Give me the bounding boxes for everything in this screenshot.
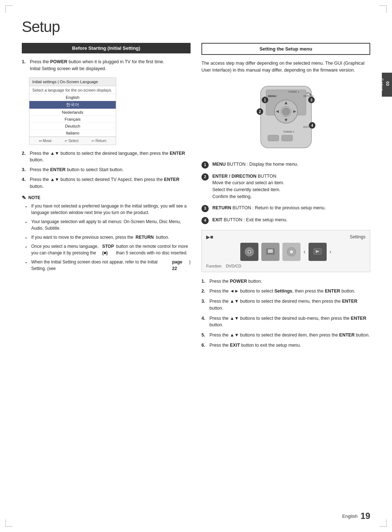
side-tab-label: Setup: [379, 78, 384, 91]
step-2-text: Press the ▲▼ buttons to select the desir…: [30, 150, 191, 164]
step-2: 2. Press the ▲▼ buttons to select the de…: [22, 150, 191, 164]
left-steps: 1. Press the POWER button when it is plu…: [22, 59, 191, 72]
btn-desc-4: 4 EXIT BUTTON : Exit the setup menu.: [201, 217, 370, 224]
is-footer-select: ↵ Select: [65, 139, 79, 143]
settings-screen-header: ▶■ Settings: [206, 234, 366, 240]
is-footer-move: ⇔ Move: [39, 139, 52, 143]
intro-text: The access step may differ depending on …: [201, 60, 370, 74]
is-footer: ⇔ Move ↵ Select ↩ Return: [29, 137, 116, 145]
btn-desc-3-text: RETURN BUTTON : Return to the previous s…: [212, 205, 326, 211]
right-column: Setting the Setup menu The access step m…: [201, 43, 370, 354]
settings-icon-3: [282, 243, 301, 261]
circle-2: 2: [201, 173, 209, 181]
is-header: Initial settings | On-Screen Language: [29, 78, 116, 86]
note-label: NOTE: [28, 195, 40, 200]
side-tab-number: 03: [385, 81, 390, 86]
btn-desc-1-text: MENU BUTTON : Display the home menu.: [212, 161, 298, 168]
note-item-4: Once you select a menu language, you can…: [22, 243, 191, 256]
settings-icon-1: [240, 243, 258, 261]
is-footer-return: ↩ Return: [91, 139, 106, 143]
page-footer: English 19: [22, 511, 370, 521]
right-step-5-num: 5.: [201, 332, 207, 339]
step-1: 1. Press the POWER button when it is plu…: [22, 59, 191, 72]
step-1-text: Press the POWER button when it is plugge…: [30, 59, 164, 72]
right-step-6: 6. Press the EXIT button to exit the set…: [201, 342, 370, 349]
right-step-4: 4. Press the ▲▼ buttons to select the de…: [201, 315, 370, 329]
svg-text:MENU: MENU: [268, 94, 277, 98]
svg-point-8: [282, 108, 290, 115]
page-container: 03 Setup Setup Before Starting (Initial …: [0, 0, 392, 532]
settings-footer: Function DVD/CD: [206, 264, 366, 268]
right-step-1-text: Press the POWER button.: [209, 278, 262, 285]
settings-screen: ▶■ Settings: [201, 230, 370, 272]
right-step-3-text: Press the ▲▼ buttons to select the desir…: [209, 298, 370, 312]
is-lang-list: English 한국어 Nederlands Français Deutsch …: [29, 94, 116, 137]
is-subtitle: Select a language for the on-screen disp…: [29, 86, 116, 94]
step-2-num: 2.: [22, 150, 28, 164]
right-step-6-text: Press the EXIT button to exit the setup …: [209, 342, 301, 349]
note-item-2: Your language selection will apply to al…: [22, 218, 191, 231]
svg-text:1: 1: [264, 98, 266, 102]
settings-nav-left[interactable]: ‹: [303, 249, 305, 255]
side-tab: 03 Setup: [382, 73, 392, 97]
remote-container: MENU TUNING ∧ RETURN: [201, 79, 370, 155]
corner-mark-tl: [5, 5, 13, 13]
right-step-1-num: 1.: [201, 278, 207, 285]
lang-nederlands[interactable]: Nederlands: [29, 109, 116, 116]
settings-label: Settings: [350, 234, 366, 239]
right-steps: 1. Press the POWER button. 2. Press the …: [201, 278, 370, 349]
corner-mark-bl: [5, 519, 13, 527]
note-item-1: If you have not selected a preferred lan…: [22, 203, 191, 216]
step-4-text: Press the ▲▼ buttons to select desired T…: [30, 176, 191, 190]
right-step-5: 5. Press the ▲▼ buttons to select the de…: [201, 332, 370, 339]
btn-desc-3: 3 RETURN BUTTON : Return to the previous…: [201, 205, 370, 212]
settings-nav-right[interactable]: ›: [330, 249, 331, 255]
circle-3: 3: [201, 205, 209, 212]
svg-text:4: 4: [311, 124, 313, 128]
lang-italiano[interactable]: Italiano: [29, 130, 116, 137]
right-step-3-num: 3.: [201, 298, 207, 312]
right-step-2: 2. Press the ◄► buttons to select Settin…: [201, 288, 370, 295]
step-4: 4. Press the ▲▼ buttons to select desire…: [22, 176, 191, 190]
note-item-5: When the Initial Setting screen does not…: [22, 259, 191, 272]
settings-icons-row: ‹ ›: [206, 243, 366, 261]
note-items: If you have not selected a preferred lan…: [22, 203, 191, 272]
note-item-3: If you want to move to the previous scre…: [22, 234, 191, 241]
step-3-text: Press the ENTER button to select Start b…: [30, 166, 123, 173]
svg-text:EXIT: EXIT: [303, 126, 309, 128]
left-section-header: Before Starting (Initial Setting): [22, 43, 191, 53]
right-step-4-text: Press the ▲▼ buttons to select the desir…: [209, 315, 370, 329]
page-number: 19: [360, 511, 370, 521]
step-1-num: 1.: [22, 59, 28, 72]
svg-text:2: 2: [259, 110, 261, 114]
page-title: Setup: [22, 18, 370, 36]
initial-settings-box: Initial settings | On-Screen Language Se…: [29, 77, 116, 145]
circle-1: 1: [201, 161, 209, 169]
main-content: Before Starting (Initial Setting) 1. Pre…: [22, 43, 370, 354]
lang-francais[interactable]: Français: [29, 116, 116, 123]
settings-icon-4: [309, 243, 327, 261]
button-desc-list: 1 MENU BUTTON : Display the home menu. 2…: [201, 161, 370, 224]
lang-english[interactable]: English: [29, 94, 116, 101]
right-step-4-num: 4.: [201, 315, 207, 329]
svg-text:TUNING ∧: TUNING ∧: [288, 90, 299, 93]
btn-desc-2-text: ENTER / DIRECTION BUTTON Move the cursor…: [212, 173, 284, 200]
btn-desc-4-text: EXIT BUTTON : Exit the setup menu.: [212, 217, 287, 223]
right-section-header: Setting the Setup menu: [201, 43, 370, 55]
step-4-num: 4.: [22, 176, 28, 190]
note-header: ✎ NOTE: [22, 195, 191, 201]
step-3: 3. Press the ENTER button to select Star…: [22, 166, 191, 173]
btn-desc-1: 1 MENU BUTTON : Display the home menu.: [201, 161, 370, 169]
lang-korean[interactable]: 한국어: [29, 101, 116, 109]
right-step-3: 3. Press the ▲▼ buttons to select the de…: [201, 298, 370, 312]
right-step-2-text: Press the ◄► buttons to select Settings,…: [209, 288, 355, 295]
svg-rect-15: [282, 135, 293, 141]
svg-text:TUNING V: TUNING V: [283, 130, 295, 133]
remote-svg: MENU TUNING ∧ RETURN: [250, 79, 322, 155]
left-column: Before Starting (Initial Setting) 1. Pre…: [22, 43, 191, 354]
lang-deutsch[interactable]: Deutsch: [29, 123, 116, 130]
svg-point-31: [290, 250, 293, 253]
note-icon: ✎: [22, 195, 26, 201]
note-section: ✎ NOTE If you have not selected a prefer…: [22, 195, 191, 272]
settings-icon-2: [261, 243, 279, 261]
